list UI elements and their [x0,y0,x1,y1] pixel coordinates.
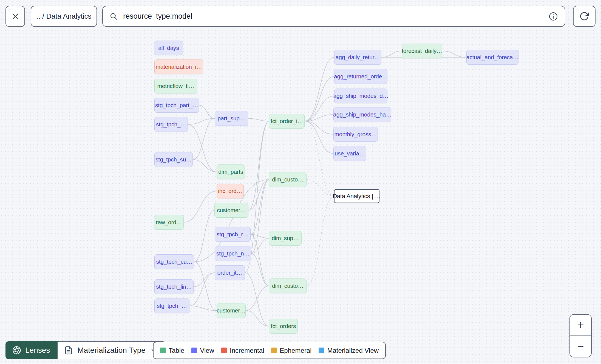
graph-node-label: dim_custo… [272,283,304,289]
graph-node-label: stg_tpch_part_… [155,102,198,109]
legend-item-ephemeral: Ephemeral [271,347,311,354]
graph-edge [184,191,217,222]
search-input[interactable] [123,12,543,21]
graph-node-dim_c1[interactable]: dim_custo… [269,172,307,187]
lens-bar: Lenses Materialization Type [5,341,166,359]
close-button[interactable] [5,6,25,27]
graph-node-monthly[interactable]: monthly_gross… [333,127,378,142]
graph-edge [193,160,217,172]
graph-node-inc_ord[interactable]: inc_ord… [217,184,244,198]
graph-node-label: dim_parts [218,169,243,175]
graph-node-use_var[interactable]: use_varia… [333,146,366,161]
graph-node-label: stg_tpch_su… [155,156,192,163]
graph-edge [251,254,269,286]
graph-node-label: forecast_daily… [402,48,442,54]
zoom-out-button[interactable]: − [570,336,591,357]
graph-node-stg_lin[interactable]: stg_tpch_lin… [154,279,194,294]
zoom-in-button[interactable]: + [570,315,591,336]
legend-swatch [221,348,227,353]
graph-node-dim_c2[interactable]: dim_custo… [269,278,307,293]
legend-label: Table [169,347,184,354]
breadcrumb[interactable]: .. / Data Analytics [31,6,97,27]
graph-node-label: materialization_i… [155,64,202,70]
graph-node-exposure_da[interactable]: Data Analytics | … [334,189,379,203]
legend-swatch [271,348,277,353]
graph-node-order_it[interactable]: order_it… [215,265,245,280]
legend-item-incremental: Incremental [221,347,264,354]
refresh-icon [579,12,589,21]
graph-node-label: dim_sup… [272,235,299,241]
graph-edge [251,234,269,286]
graph-node-label: customer… [217,307,246,314]
legend-label: Incremental [230,347,264,354]
graph-node-label: fct_orders [271,323,296,329]
info-icon[interactable] [548,12,558,21]
graph-node-label: agg_daily_retur… [336,54,380,61]
lineage-canvas[interactable]: all_daysmaterialization_i…metricflow_ti…… [0,0,601,364]
graph-edge [305,121,333,153]
graph-node-stg_part[interactable]: stg_tpch_part_… [154,98,199,113]
legend-label: Ephemeral [280,347,311,354]
graph-node-customer1[interactable]: customer… [214,203,248,218]
graph-node-stg_su[interactable]: stg_tpch_su… [154,152,193,167]
graph-edge [248,118,269,121]
graph-node-customer2[interactable]: customer… [217,303,246,318]
graph-node-mat_i[interactable]: materialization_i… [154,59,203,74]
graph-edge [305,76,334,121]
legend-swatch [319,348,324,353]
graph-node-dim_parts[interactable]: dim_parts [217,164,245,179]
graph-node-agg_smd[interactable]: agg_ship_modes_d… [334,89,387,103]
graph-edge-dashed [307,180,334,196]
document-icon [64,346,73,355]
graph-node-forecast[interactable]: forecast_daily… [402,44,442,58]
graph-node-all_days[interactable]: all_days [154,41,183,55]
legend-label: Materialized View [327,347,379,354]
graph-node-actual[interactable]: actual_and_foreca… [466,50,518,65]
graph-node-label: customer… [217,207,246,214]
legend-swatch [191,348,197,353]
graph-edge [442,51,466,57]
graph-node-label: monthly_gross… [334,131,377,138]
graph-edge-dashed [307,196,334,286]
graph-node-stg_cu[interactable]: stg_tpch_cu… [154,254,194,269]
graph-node-label: inc_ord… [218,188,242,194]
graph-edge [188,118,215,124]
graph-node-fct_orders[interactable]: fct_orders [269,319,298,334]
lens-selector[interactable]: Materialization Type [58,341,166,359]
zoom-control: + − [569,314,592,357]
graph-edge [246,311,269,326]
graph-node-part_sup[interactable]: part_sup… [215,111,248,126]
search-bar[interactable] [102,6,565,27]
graph-node-label: stg_tpch_… [156,121,186,128]
lenses-button[interactable]: Lenses [5,341,58,359]
graph-edge [381,51,402,57]
legend-swatch [160,348,166,353]
graph-node-stg_n[interactable]: stg_tpch_n… [215,246,251,261]
graph-edge [199,105,215,118]
graph-edge [248,121,269,210]
graph-node-label: agg_ship_modes_ha… [333,111,391,118]
graph-node-stg_b[interactable]: stg_tpch_… [154,298,189,313]
graph-node-label: raw_ord… [156,219,182,226]
graph-node-stg_r[interactable]: stg_tpch_r… [215,227,251,242]
graph-node-fct_oi[interactable]: fct_order_i… [269,114,305,129]
graph-node-label: fct_order_i… [271,118,303,124]
graph-node-label: use_varia… [334,150,365,157]
graph-node-stg_a[interactable]: stg_tpch_… [154,117,188,132]
graph-node-raw_ord[interactable]: raw_ord… [154,215,184,230]
graph-node-label: agg_ship_modes_d… [333,93,389,99]
graph-node-label: metricflow_ti… [157,83,194,89]
graph-node-label: agg_returned_orde… [334,73,388,80]
graph-edge [248,180,269,210]
legend-item-view: View [191,347,214,354]
graph-node-agg_daily[interactable]: agg_daily_retur… [334,50,381,65]
graph-edge [305,121,333,134]
lens-selector-label: Materialization Type [77,346,146,355]
graph-node-label: order_it… [217,269,242,276]
graph-node-agg_smh[interactable]: agg_ship_modes_ha… [333,107,391,122]
search-icon [109,12,118,21]
refresh-button[interactable] [573,6,596,27]
graph-node-agg_ret[interactable]: agg_returned_orde… [334,69,387,84]
graph-node-metricflow[interactable]: metricflow_ti… [154,79,197,93]
graph-node-dim_sup[interactable]: dim_sup… [269,231,302,246]
